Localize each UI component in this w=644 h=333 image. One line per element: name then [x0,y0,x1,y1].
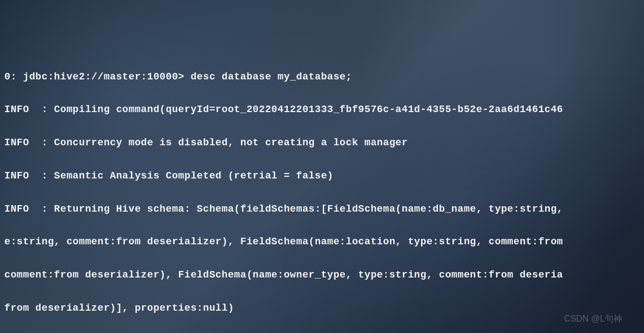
output-line: e:string, comment:from deserializer), Fi… [4,233,640,250]
output-line: from deserializer)], properties:null) [4,300,640,316]
watermark: CSDN @L句神 [564,312,622,326]
output-line: INFO : Concurrency mode is disabled, not… [4,134,640,151]
output-line: INFO : Semantic Analysis Completed (retr… [4,168,640,184]
output-line: INFO : Compiling command(queryId=root_20… [4,101,640,118]
output-line: comment:from deserializer), FieldSchema(… [4,267,640,283]
output-line: INFO : Returning Hive schema: Schema(fie… [4,201,640,217]
prompt-line: 0: jdbc:hive2://master:10000> desc datab… [4,69,640,85]
